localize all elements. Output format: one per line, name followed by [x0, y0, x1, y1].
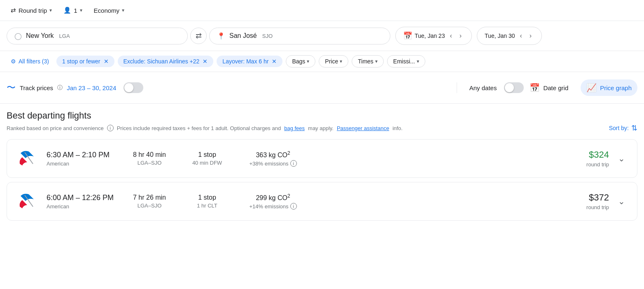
airline-logo	[15, 190, 38, 213]
layover-filter-chip[interactable]: Layover: Max 6 hr ✕	[217, 56, 282, 67]
flight-price: $372 round trip	[543, 192, 609, 210]
bags-arrow-icon: ▾	[307, 58, 309, 64]
origin-input-wrap[interactable]: ◯ New York LGA	[7, 28, 188, 44]
airline-name: American	[47, 203, 121, 210]
airline-logo	[15, 147, 38, 170]
price-label: Price	[325, 58, 338, 65]
stops-text: 1 stop	[178, 194, 236, 201]
filters-bar: ⚙ All filters (3) 1 stop or fewer ✕ Excl…	[0, 51, 644, 72]
track-prices-toggle[interactable]	[124, 82, 143, 93]
bags-dropdown[interactable]: Bags ▾	[286, 55, 315, 68]
track-info-icon[interactable]: ⓘ	[57, 84, 63, 91]
cabin-class-label: Economy	[94, 7, 120, 14]
expand-button[interactable]: ⌄	[614, 151, 629, 166]
bag-fees-link[interactable]: bag fees	[284, 125, 305, 131]
return-prev-button[interactable]: ‹	[518, 31, 525, 40]
round-trip-icon: ⇄	[11, 7, 16, 14]
flight-price: $324 round trip	[543, 149, 609, 168]
flight-times: 6:00 AM – 12:26 PM American	[47, 193, 121, 210]
times-label: Times	[358, 58, 373, 65]
price-type: round trip	[543, 161, 609, 168]
any-dates-toggle[interactable]	[504, 82, 524, 93]
destination-city: San José	[229, 32, 257, 40]
passengers-selector[interactable]: 👤 1 ▾	[59, 4, 86, 16]
flight-card[interactable]: 6:00 AM – 12:26 PM American 7 hr 26 min …	[7, 182, 637, 221]
return-next-button[interactable]: ›	[527, 31, 534, 40]
passengers-arrow: ▾	[80, 7, 82, 13]
track-date-range: Jan 23 – 30, 2024	[67, 84, 116, 91]
emissions-info-icon[interactable]: i	[290, 160, 297, 167]
all-filters-button[interactable]: ⚙ All filters (3)	[7, 56, 53, 67]
stops-filter-close[interactable]: ✕	[104, 58, 109, 65]
cabin-class-selector[interactable]: Economy ▾	[90, 5, 129, 16]
depart-next-button[interactable]: ›	[457, 31, 464, 40]
swap-button[interactable]: ⇄	[190, 28, 207, 44]
flight-times: 6:30 AM – 2:10 PM American	[47, 151, 121, 167]
time-range: 6:00 AM – 12:26 PM	[47, 193, 121, 202]
co2-text: 363 kg CO2	[236, 150, 310, 159]
stops-filter-chip[interactable]: 1 stop or fewer ✕	[56, 56, 114, 67]
date-grid-label: Date grid	[543, 84, 568, 91]
exclude-filter-close[interactable]: ✕	[203, 58, 208, 65]
info-suffix: info.	[392, 125, 403, 131]
stops-text: 1 stop	[178, 151, 236, 158]
origin-code: LGA	[59, 33, 70, 39]
return-date-selector[interactable]: Tue, Jan 30 ‹ ›	[477, 27, 542, 45]
emissions-label: Emissi...	[393, 58, 415, 65]
emissions-info-icon[interactable]: i	[290, 203, 297, 210]
times-dropdown[interactable]: Times ▾	[352, 55, 384, 68]
emissions-pct: +38% emissions i	[236, 160, 310, 167]
time-range: 6:30 AM – 2:10 PM	[47, 151, 121, 159]
american-airlines-logo	[16, 191, 37, 212]
flight-stops: 1 stop 40 min DFW	[178, 151, 236, 166]
expand-button[interactable]: ⌄	[614, 194, 629, 209]
exclude-filter-chip[interactable]: Exclude: Sichuan Airlines +22 ✕	[118, 56, 214, 67]
results-meta: Ranked based on price and convenience i …	[7, 124, 637, 133]
price-graph-icon: 📈	[586, 83, 597, 93]
sort-by-selector[interactable]: Sort by: ⇅	[609, 124, 637, 133]
layover-text: 40 min DFW	[178, 160, 236, 166]
emissions-dropdown[interactable]: Emissi... ▾	[387, 55, 425, 68]
price-amount: $324	[543, 149, 609, 160]
track-prices-label: Track prices	[20, 84, 53, 91]
all-filters-label: All filters (3)	[19, 58, 49, 65]
times-arrow-icon: ▾	[375, 58, 378, 64]
sort-icon: ⇅	[631, 124, 637, 133]
depart-prev-button[interactable]: ‹	[447, 31, 454, 40]
price-dropdown[interactable]: Price ▾	[319, 55, 348, 68]
track-prices-section: 〜 Track prices ⓘ Jan 23 – 30, 2024 Any d…	[0, 72, 644, 104]
depart-date-selector[interactable]: 📅 Tue, Jan 23 ‹ ›	[395, 27, 472, 45]
sort-by-label: Sort by:	[609, 125, 629, 131]
flight-emissions: 363 kg CO2 +38% emissions i	[236, 150, 310, 167]
price-graph-button[interactable]: 📈 Price graph	[581, 79, 637, 96]
trip-type-selector[interactable]: ⇄ Round trip ▾	[7, 4, 56, 16]
co2-text: 299 kg CO2	[236, 193, 310, 202]
section-title: Best departing flights	[7, 110, 637, 121]
duration-text: 8 hr 40 min	[121, 151, 178, 158]
flight-duration: 7 hr 26 min LGA–SJO	[121, 194, 178, 209]
cabin-class-arrow: ▾	[122, 7, 124, 13]
person-icon: 👤	[63, 7, 71, 14]
return-date-label: Tue, Jan 30	[485, 33, 515, 39]
destination-code: SJO	[262, 33, 273, 39]
exclude-filter-label: Exclude: Sichuan Airlines +22	[124, 58, 200, 65]
layover-filter-close[interactable]: ✕	[272, 58, 277, 65]
ranked-info-icon[interactable]: i	[107, 125, 114, 131]
flight-card[interactable]: 6:30 AM – 2:10 PM American 8 hr 40 min L…	[7, 139, 637, 178]
toggle-knob	[124, 83, 133, 92]
prices-info-text: Prices include required taxes + fees for…	[117, 125, 281, 131]
trip-type-label: Round trip	[19, 7, 47, 14]
route-text: LGA–SJO	[121, 160, 178, 166]
destination-input-wrap[interactable]: 📍 San José SJO	[209, 28, 390, 44]
top-bar: ⇄ Round trip ▾ 👤 1 ▾ Economy ▾	[0, 0, 644, 21]
depart-date-label: Tue, Jan 23	[415, 33, 445, 39]
passenger-assistance-link[interactable]: Passenger assistance	[337, 125, 389, 131]
emissions-pct: +14% emissions i	[236, 203, 310, 210]
track-prices-icon: 〜	[7, 82, 16, 94]
price-arrow-icon: ▾	[340, 58, 342, 64]
date-grid-button[interactable]: 📅 Date grid	[524, 79, 574, 96]
origin-dot-icon: ◯	[14, 32, 22, 40]
flight-stops: 1 stop 1 hr CLT	[178, 194, 236, 209]
search-bar: ◯ New York LGA ⇄ 📍 San José SJO 📅 Tue, J…	[0, 21, 644, 51]
flight-duration: 8 hr 40 min LGA–SJO	[121, 151, 178, 166]
